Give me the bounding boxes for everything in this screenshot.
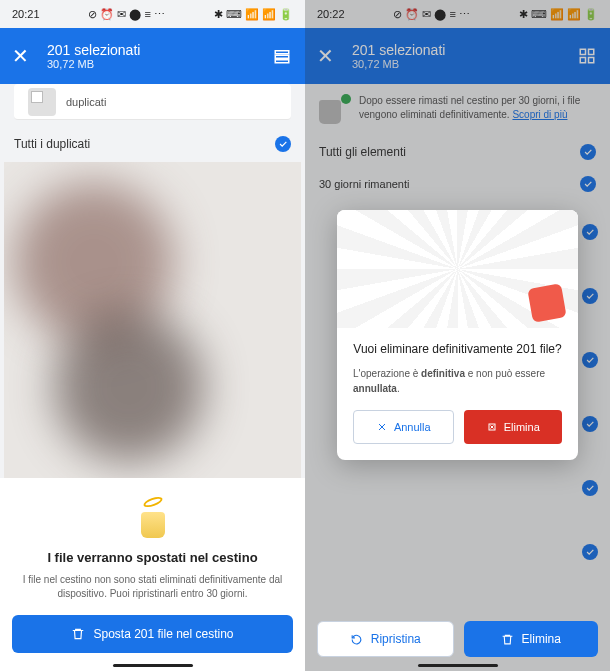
appbar-titles: 201 selezionati 30,72 MB xyxy=(47,42,271,70)
restore-button[interactable]: Ripristina xyxy=(317,621,454,657)
delete-label: Elimina xyxy=(522,632,561,646)
section-all-duplicates[interactable]: Tutti i duplicati xyxy=(0,126,305,162)
confirm-delete-dialog: Vuoi eliminare definitivamente 201 file?… xyxy=(337,210,578,460)
selection-size: 30,72 MB xyxy=(47,58,271,70)
section-label: Tutti i duplicati xyxy=(14,137,275,151)
home-indicator xyxy=(113,664,193,667)
dialog-illustration xyxy=(337,210,578,328)
delete-button[interactable]: Elimina xyxy=(464,621,599,657)
dialog-cancel-button[interactable]: Annulla xyxy=(353,410,454,444)
screen-right: 20:22 ⊘ ⏰ ✉ ⬤ ≡ ⋯ ✱ ⌨ 📶 📶 🔋 ✕ 201 selezi… xyxy=(305,0,610,671)
dialog-title: Vuoi eliminare definitivamente 201 file? xyxy=(353,342,562,356)
status-right-icons: ✱ ⌨ 📶 📶 🔋 xyxy=(214,8,293,21)
move-to-trash-label: Sposta 201 file nel cestino xyxy=(93,627,233,641)
bottom-action-bar: Ripristina Elimina xyxy=(317,621,598,657)
move-to-trash-button[interactable]: Sposta 201 file nel cestino xyxy=(12,615,293,653)
status-time: 20:21 xyxy=(12,8,40,20)
trash-bin-icon xyxy=(135,498,171,538)
dialog-delete-button[interactable]: Elimina xyxy=(464,410,563,444)
svg-rect-0 xyxy=(275,51,289,54)
duplicate-row-label: duplicati xyxy=(66,96,106,108)
svg-rect-1 xyxy=(275,55,289,58)
duplicate-thumb-icon xyxy=(28,88,56,116)
status-bar: 20:21 ⊘ ⏰ ✉ ⬤ ≡ ⋯ ✱ ⌨ 📶 📶 🔋 xyxy=(0,0,305,28)
sheet-description: I file nel cestino non sono stati elimin… xyxy=(22,573,283,601)
home-indicator xyxy=(418,664,498,667)
svg-rect-2 xyxy=(275,60,289,63)
duplicate-summary-row[interactable]: duplicati xyxy=(14,84,291,120)
trash-bottom-sheet: I file verranno spostati nel cestino I f… xyxy=(0,478,305,671)
screen-left: 20:21 ⊘ ⏰ ✉ ⬤ ≡ ⋯ ✱ ⌨ 📶 📶 🔋 ✕ 201 selezi… xyxy=(0,0,305,671)
dialog-text: L'operazione è definitiva e non può esse… xyxy=(353,366,562,396)
sheet-title: I file verranno spostati nel cestino xyxy=(12,550,293,565)
delete-label: Elimina xyxy=(504,421,540,433)
status-left-icons: ⊘ ⏰ ✉ ⬤ ≡ ⋯ xyxy=(88,8,165,21)
selection-title: 201 selezionati xyxy=(47,42,271,58)
check-icon[interactable] xyxy=(275,136,291,152)
close-icon[interactable]: ✕ xyxy=(12,44,29,68)
restore-label: Ripristina xyxy=(371,632,421,646)
cancel-label: Annulla xyxy=(394,421,431,433)
image-preview[interactable] xyxy=(4,162,301,486)
app-bar: ✕ 201 selezionati 30,72 MB xyxy=(0,28,305,84)
view-toggle-icon[interactable] xyxy=(271,45,293,67)
